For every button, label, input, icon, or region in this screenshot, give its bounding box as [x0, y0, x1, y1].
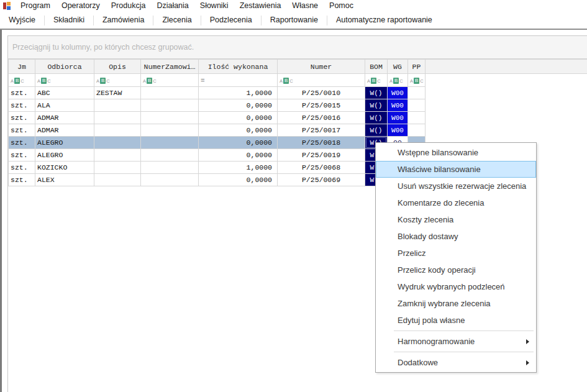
context-menu-item-w-a-ciwe-bilansowanie[interactable]: Właściwe bilansowanie — [376, 161, 536, 178]
cell-bom[interactable]: W() — [365, 99, 388, 112]
cell-ilosc[interactable]: 0,0000 — [199, 99, 278, 112]
menubar-item-produkcja[interactable]: Produkcja — [106, 0, 152, 12]
cell-numer[interactable]: P/25/0010 — [278, 87, 365, 99]
table-row-p-25-0017[interactable]: szt.ADMAR0,0000P/25/0017W()W00 — [9, 124, 587, 137]
column-header-wg[interactable]: WG — [388, 60, 408, 74]
cell-jm[interactable]: szt. — [9, 162, 35, 174]
column-header-opis[interactable]: Opis — [94, 60, 141, 74]
cell-pp[interactable] — [408, 87, 425, 99]
toolbar-tab-podzlecenia[interactable]: Podzlecenia — [201, 12, 261, 28]
cell-numer[interactable]: P/25/0017 — [278, 124, 365, 137]
filter-cell-bom[interactable]: ABC — [365, 74, 388, 87]
bom-badge[interactable]: W() — [365, 124, 387, 136]
wg-badge[interactable]: W00 — [388, 99, 407, 111]
context-menu-item-zamknij-wybrane-zlecenia[interactable]: Zamknij wybrane zlecenia — [376, 295, 536, 312]
cell-ilosc[interactable]: 0,0000 — [199, 149, 278, 162]
menubar-item-operatorzy[interactable]: Operatorzy — [56, 0, 106, 12]
filter-abc-icon[interactable]: ABC — [143, 78, 157, 84]
cell-pp[interactable] — [408, 124, 425, 137]
cell-odbiorca[interactable]: ADMAR — [35, 124, 94, 137]
cell-numer_zamowienia[interactable] — [141, 124, 199, 137]
cell-odbiorca[interactable]: ABC — [35, 87, 94, 99]
cell-jm[interactable]: szt. — [9, 99, 35, 112]
cell-numer_zamowienia[interactable] — [141, 99, 199, 112]
menubar-item-dzia-ania[interactable]: Działania — [151, 0, 194, 12]
toolbar-tab-automatyczne-raportowanie[interactable]: Automatyczne raportowanie — [327, 12, 441, 28]
filter-cell-ilo-wykonana[interactable]: = — [199, 74, 278, 87]
cell-numer_zamowienia[interactable] — [141, 112, 199, 124]
toolbar-tab-sk-adniki[interactable]: Składniki — [45, 12, 93, 28]
filter-abc-icon[interactable]: ABC — [96, 78, 110, 84]
context-menu-item-komentarze-do-zlecenia[interactable]: Komentarze do zlecenia — [376, 194, 536, 211]
cell-ilosc[interactable]: 1,0000 — [199, 162, 278, 174]
column-header-pp[interactable]: PP — [408, 60, 425, 74]
cell-pp[interactable] — [408, 112, 425, 124]
bom-badge[interactable]: W() — [365, 87, 387, 99]
filter-cell-odbiorca[interactable]: ABC — [35, 74, 94, 87]
cell-odbiorca[interactable]: ALEGRO — [35, 149, 94, 162]
context-menu-item-koszty-zlecenia[interactable]: Koszty zlecenia — [376, 211, 536, 228]
cell-ilosc[interactable]: 0,0000 — [199, 174, 278, 186]
table-row-p-25-0015[interactable]: szt.ALA0,0000P/25/0015W()W00 — [9, 99, 587, 112]
filter-abc-icon[interactable]: ABC — [11, 78, 24, 84]
cell-bom[interactable]: W() — [365, 124, 388, 137]
column-header-numerzamowi[interactable]: NumerZamowi… — [141, 60, 199, 74]
cell-opis[interactable]: ZESTAW — [94, 87, 141, 99]
cell-jm[interactable]: szt. — [9, 112, 35, 124]
filter-cell-pp[interactable]: ABC — [408, 74, 425, 87]
wg-badge[interactable]: W00 — [388, 124, 407, 136]
cell-numer[interactable]: P/25/0019 — [278, 149, 365, 162]
wg-badge[interactable]: W00 — [388, 112, 407, 124]
cell-numer_zamowienia[interactable] — [141, 149, 199, 162]
context-menu-item-edytuj-pola-w-asne[interactable]: Edytuj pola własne — [376, 312, 536, 329]
group-by-bar[interactable]: Przeciągnij tu kolumny, po których chces… — [8, 36, 587, 59]
cell-opis[interactable] — [94, 149, 141, 162]
cell-numer[interactable]: P/25/0068 — [278, 162, 365, 174]
menubar-item-w-asne[interactable]: Własne — [286, 0, 324, 12]
wg-badge[interactable]: W00 — [388, 87, 407, 99]
cell-numer[interactable]: P/25/0018 — [278, 137, 365, 149]
cell-ilosc[interactable]: 0,0000 — [199, 124, 278, 137]
cell-numer[interactable]: P/25/0069 — [278, 174, 365, 186]
cell-odbiorca[interactable]: ALEX — [35, 174, 94, 186]
column-header-odbiorca[interactable]: Odbiorca — [35, 60, 94, 74]
filter-abc-icon[interactable]: ABC — [367, 78, 381, 84]
cell-numer_zamowienia[interactable] — [141, 137, 199, 149]
table-row-p-25-0016[interactable]: szt.ADMAR0,0000P/25/0016W()W00 — [9, 112, 587, 124]
filter-equals-icon[interactable]: = — [201, 77, 205, 84]
cell-jm[interactable]: szt. — [9, 124, 35, 137]
column-header-bom[interactable]: BOM — [365, 60, 388, 74]
context-menu-item-wydruk-wybranych-podzlece[interactable]: Wydruk wybranych podzleceń — [376, 278, 536, 295]
menubar-item-program[interactable]: Program — [15, 0, 56, 12]
toolbar-tab-wyj-cie[interactable]: Wyjście — [0, 12, 44, 28]
cell-ilosc[interactable]: 1,0000 — [199, 87, 278, 99]
cell-jm[interactable]: szt. — [9, 149, 35, 162]
context-menu-item-blokady-dostawy[interactable]: Blokady dostawy — [376, 228, 536, 245]
cell-wg[interactable]: W00 — [388, 99, 408, 112]
context-menu-item-usu-wszystkie-rezerwacje-zlecenia[interactable]: Usuń wszystkie rezerwacje zlecenia — [376, 178, 536, 194]
cell-opis[interactable] — [94, 112, 141, 124]
filter-abc-icon[interactable]: ABC — [37, 78, 51, 84]
cell-numer[interactable]: P/25/0015 — [278, 99, 365, 112]
left-splitter[interactable] — [0, 30, 2, 392]
menubar-item-pomoc[interactable]: Pomoc — [324, 0, 359, 12]
cell-opis[interactable] — [94, 99, 141, 112]
bom-badge[interactable]: W() — [365, 112, 387, 124]
cell-bom[interactable]: W() — [365, 87, 388, 99]
cell-opis[interactable] — [94, 162, 141, 174]
cell-wg[interactable]: W00 — [388, 87, 408, 99]
bom-badge[interactable]: W() — [365, 99, 387, 111]
cell-numer[interactable]: P/25/0016 — [278, 112, 365, 124]
context-menu-item-przelicz[interactable]: Przelicz — [376, 245, 536, 262]
cell-odbiorca[interactable]: KOZICKO — [35, 162, 94, 174]
column-header-numer[interactable]: Numer — [278, 60, 365, 74]
filter-abc-icon[interactable]: ABC — [280, 78, 293, 84]
context-menu-item-harmonogramowanie[interactable]: Harmonogramowanie — [376, 333, 536, 350]
toolbar-tab-zlecenia[interactable]: Zlecenia — [153, 12, 200, 28]
cell-pp[interactable] — [408, 99, 425, 112]
cell-bom[interactable]: W() — [365, 112, 388, 124]
toolbar-tab-raportowanie[interactable]: Raportowanie — [262, 12, 327, 28]
table-row-p-25-0010[interactable]: szt.ABCZESTAW1,0000P/25/0010W()W00 — [9, 87, 587, 99]
cell-jm[interactable]: szt. — [9, 137, 35, 149]
cell-jm[interactable]: szt. — [9, 174, 35, 186]
